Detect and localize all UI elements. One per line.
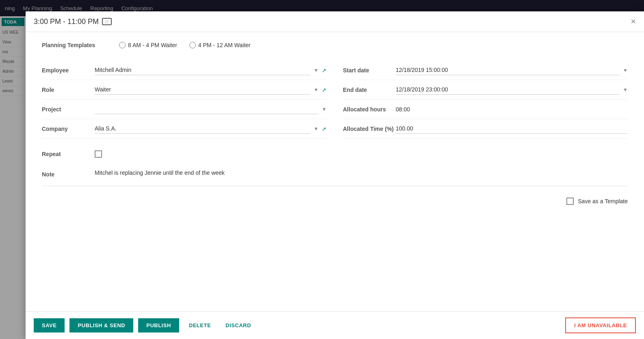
project-dropdown-arrow[interactable]: ▼ [322,106,327,112]
repeat-row: Repeat [42,143,628,165]
allocated-time-label: Allocated Time (%) [343,126,396,132]
template-radio-2[interactable] [189,42,196,48]
form-grid: Employee ▼ ➚ Role ▼ ➚ [42,61,628,139]
modal-close-button[interactable]: × [631,17,636,26]
company-row: Company ▼ ➚ [42,119,327,139]
company-value: ▼ ➚ [95,124,327,134]
allocated-time-value [396,124,628,134]
save-as-template-checkbox[interactable] [566,198,574,205]
note-text: Mitchel is replacing Jennie until the en… [95,170,628,176]
planning-templates-label: Planning Templates [42,42,107,48]
role-dropdown-arrow[interactable]: ▼ [314,87,319,93]
form-right: Start date ▼ End date ▼ Allocate [343,61,628,139]
publish-send-button[interactable]: PUBLISH & SEND [69,318,133,332]
template-option-1-label: 8 AM - 4 PM Waiter [128,42,177,48]
template-option-2[interactable]: 4 PM - 12 AM Waiter [189,42,251,48]
modal-title-text: 3:00 PM - 11:00 PM [34,17,99,26]
save-as-template-label: Save as a Template [578,198,628,204]
modal-body: Planning Templates 8 AM - 4 PM Waiter 4 … [26,32,644,311]
allocated-time-input[interactable] [396,124,628,134]
employee-external-link-icon[interactable]: ➚ [322,67,327,74]
role-label: Role [42,87,95,93]
modal-footer: SAVE PUBLISH & SEND PUBLISH DELETE DISCA… [26,311,644,339]
modal-header: 3:00 PM - 11:00 PM □ × [26,11,644,32]
employee-label: Employee [42,67,95,74]
end-date-dropdown-arrow[interactable]: ▼ [623,87,628,93]
allocated-hours-row: Allocated hours 08:00 [343,100,628,119]
divider [42,186,628,186]
repeat-label: Repeat [42,151,95,157]
form-left: Employee ▼ ➚ Role ▼ ➚ [42,61,327,139]
repeat-checkbox[interactable] [95,150,102,158]
save-button[interactable]: SAVE [34,318,65,332]
save-as-template-row: Save as a Template [42,194,628,208]
allocated-hours-static: 08:00 [396,104,410,114]
end-date-row: End date ▼ [343,80,628,100]
employee-input[interactable] [95,65,310,75]
employee-dropdown-arrow[interactable]: ▼ [314,67,319,73]
end-date-input[interactable] [396,85,620,95]
planning-templates-row: Planning Templates 8 AM - 4 PM Waiter 4 … [42,42,628,48]
project-value: ▼ [95,104,327,114]
start-date-label: Start date [343,67,396,74]
allocated-hours-value: 08:00 [396,104,628,114]
end-date-label: End date [343,87,396,93]
role-external-link-icon[interactable]: ➚ [322,87,327,93]
start-date-row: Start date ▼ [343,61,628,80]
template-option-2-label: 4 PM - 12 AM Waiter [198,42,251,48]
role-value: ▼ ➚ [95,85,327,95]
allocated-hours-label: Allocated hours [343,106,396,113]
company-input[interactable] [95,124,310,134]
modal-title-container: 3:00 PM - 11:00 PM □ [34,17,112,26]
discard-button[interactable]: DISCARD [221,318,256,332]
template-radio-1[interactable] [119,42,126,48]
company-external-link-icon[interactable]: ➚ [322,126,327,132]
allocated-time-row: Allocated Time (%) [343,119,628,139]
unavailable-button[interactable]: I AM UNAVAILABLE [565,317,636,333]
start-date-dropdown-arrow[interactable]: ▼ [623,67,628,73]
start-date-value: ▼ [396,65,628,75]
chat-icon[interactable]: □ [102,18,112,25]
note-row: Note Mitchel is replacing Jennie until t… [42,170,628,178]
note-label: Note [42,170,95,178]
modal-dialog: 3:00 PM - 11:00 PM □ × Planning Template… [26,11,644,339]
role-input[interactable] [95,85,310,95]
delete-button[interactable]: DELETE [184,318,216,332]
employee-value: ▼ ➚ [95,65,327,75]
start-date-input[interactable] [396,65,620,75]
publish-button[interactable]: PUBLISH [138,318,179,332]
role-row: Role ▼ ➚ [42,80,327,100]
company-dropdown-arrow[interactable]: ▼ [314,126,319,132]
company-label: Company [42,126,95,132]
employee-row: Employee ▼ ➚ [42,61,327,80]
project-row: Project ▼ [42,100,327,119]
project-label: Project [42,106,95,113]
end-date-value: ▼ [396,85,628,95]
template-option-1[interactable]: 8 AM - 4 PM Waiter [119,42,177,48]
project-input[interactable] [95,104,319,114]
